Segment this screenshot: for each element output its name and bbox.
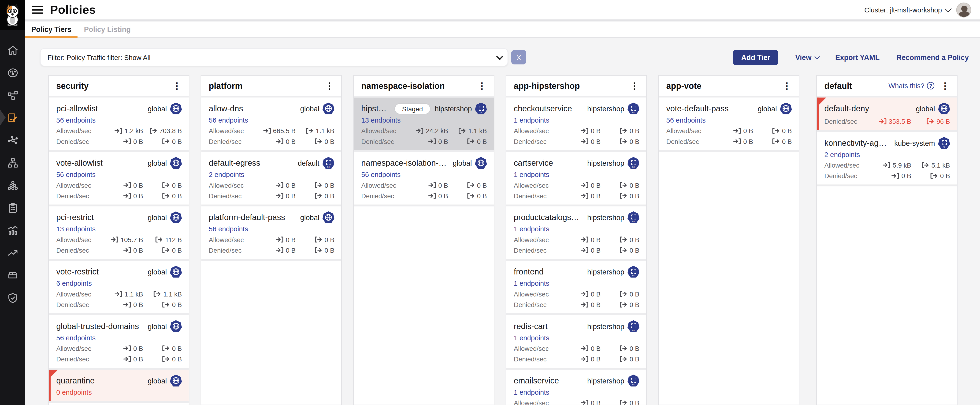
policy-scope: global ns: [911, 103, 950, 115]
policy-card-vote-allowlist[interactable]: vote-allowlist global ns 56 endpoints Al…: [49, 152, 189, 206]
scope-label: global: [148, 214, 167, 221]
endpoints-link[interactable]: 56 endpoints: [209, 225, 248, 233]
policy-card-default-egress[interactable]: default-egress default ns 2 endpoints Al…: [201, 152, 341, 206]
recommend-policy-button[interactable]: Recommend a Policy: [896, 53, 969, 61]
tab-policy-tiers[interactable]: Policy Tiers: [25, 22, 78, 37]
sidebar-item-home[interactable]: [0, 39, 25, 61]
policy-card-hipstershop-gh[interactable]: hipstershop-gh… Staged hipstershop ns 13…: [354, 97, 494, 152]
egress-arrow-icon: [619, 138, 628, 144]
stat-label: Allowed/sec: [514, 236, 560, 243]
endpoints-link[interactable]: 1 endpoints: [514, 225, 549, 233]
tier-menu-kebab-icon[interactable]: ⋮: [939, 81, 951, 90]
endpoints-link[interactable]: 13 endpoints: [361, 116, 401, 124]
policy-traffic-filter-select[interactable]: Filter: Policy Traffic filter: Show All: [40, 48, 508, 66]
ingress-arrow-icon: [733, 138, 741, 144]
policy-card-global-trusted-domains[interactable]: global-trusted-domains global ns 56 endp…: [49, 315, 189, 370]
sidebar-item-activity[interactable]: [0, 219, 25, 241]
stat-label: Allowed/sec: [514, 181, 560, 188]
policy-card-allow-dns[interactable]: allow-dns global ns 56 endpoints Allowed…: [201, 97, 341, 152]
policy-card-pci-restrict[interactable]: pci-restrict global ns 13 endpoints Allo…: [49, 206, 189, 261]
policy-card-default-deny[interactable]: default-deny global ns Denied/sec 353.5 …: [817, 97, 957, 132]
tier-menu-kebab-icon[interactable]: ⋮: [781, 81, 792, 90]
endpoints-link[interactable]: 1 endpoints: [514, 334, 549, 341]
tier-menu-kebab-icon[interactable]: ⋮: [324, 81, 335, 90]
globe-icon: [325, 105, 332, 113]
tab-policy-listing[interactable]: Policy Listing: [78, 22, 137, 37]
clear-filter-button[interactable]: X: [511, 50, 526, 64]
sidebar-item-workloads[interactable]: [0, 174, 25, 196]
endpoints-link[interactable]: 1 endpoints: [514, 116, 549, 124]
tier-column-namespace-isolation: namespace-isolation ⋮ hipstershop-gh… St…: [353, 75, 495, 405]
scope-label: global: [300, 105, 320, 112]
endpoints-link[interactable]: 2 endpoints: [209, 171, 244, 178]
endpoints-link[interactable]: 56 endpoints: [361, 171, 401, 178]
hamburger-menu-icon[interactable]: [32, 6, 43, 14]
egress-value: 112 B: [165, 236, 182, 243]
egress-stat: 0 B: [606, 344, 640, 352]
ingress-value: 0 B: [591, 399, 601, 405]
sidebar-item-network-sets[interactable]: [0, 129, 25, 151]
policy-card-checkoutservice[interactable]: checkoutservice hipstershop ns 1 endpoin…: [506, 97, 646, 152]
view-dropdown-button[interactable]: View: [795, 53, 818, 61]
endpoints-link[interactable]: 56 endpoints: [666, 116, 705, 124]
traffic-stat-row: Denied/sec 0 B 0 B: [361, 191, 487, 200]
policy-card-vote-default-pass[interactable]: vote-default-pass global ns 56 endpoints…: [659, 97, 799, 152]
scope-label: global: [148, 322, 167, 330]
user-avatar[interactable]: [956, 2, 971, 17]
policy-card-konnectivity-agent[interactable]: konnectivity-agent kube-system ns 2 endp…: [817, 132, 957, 187]
ingress-arrow-icon: [733, 127, 741, 134]
stat-label: Allowed/sec: [514, 290, 560, 297]
endpoints-link[interactable]: 6 endpoints: [56, 280, 92, 287]
sidebar-item-image-assurance[interactable]: [0, 264, 25, 286]
egress-value: 0 B: [630, 126, 640, 134]
sidebar-nav: [0, 0, 25, 405]
endpoints-link[interactable]: 56 endpoints: [56, 171, 95, 178]
policy-card-pci-allowlist[interactable]: pci-allowlist global ns 56 endpoints All…: [49, 97, 189, 152]
ingress-value: 0 B: [286, 192, 296, 199]
view-label: View: [795, 53, 811, 61]
tier-menu-kebab-icon[interactable]: ⋮: [171, 81, 183, 90]
endpoints-link[interactable]: 1 endpoints: [514, 388, 549, 396]
sidebar-item-dashboard[interactable]: [0, 61, 25, 84]
policy-card-frontend[interactable]: frontend hipstershop ns 1 endpoints Allo…: [506, 261, 646, 315]
stat-label: Denied/sec: [56, 300, 103, 308]
policy-card-platform-default-pass[interactable]: platform-default-pass global ns 56 endpo…: [201, 206, 341, 261]
policy-card-redis-cart[interactable]: redis-cart hipstershop ns 1 endpoints Al…: [506, 315, 646, 370]
policy-card-vote-restrict[interactable]: vote-restrict global ns 6 endpoints Allo…: [49, 261, 189, 315]
endpoints-link[interactable]: 56 endpoints: [209, 116, 248, 124]
endpoints-link[interactable]: 2 endpoints: [824, 151, 860, 158]
traffic-stat-row: Allowed/sec 0 B 0 B: [209, 235, 334, 243]
cluster-selector[interactable]: Cluster: jlt-msft-workshop: [864, 6, 950, 13]
sidebar-item-policies[interactable]: [0, 107, 25, 129]
policy-card-quarantine[interactable]: quarantine global ns 0 endpoints: [49, 370, 189, 403]
policy-card-emailservice[interactable]: emailservice hipstershop ns 1 endpoints …: [506, 370, 646, 405]
endpoints-link[interactable]: 13 endpoints: [56, 225, 95, 233]
whats-this-link[interactable]: Whats this? ?: [888, 82, 934, 89]
egress-value: 0 B: [172, 181, 182, 188]
sidebar-item-compliance[interactable]: [0, 196, 25, 219]
policy-card-security-default-pass[interactable]: security-default-pass global ns: [49, 403, 189, 405]
sidebar-item-service-graph[interactable]: [0, 84, 25, 107]
endpoints-link[interactable]: 1 endpoints: [514, 171, 549, 178]
namespace-ns-label: ns: [475, 112, 487, 114]
home-icon: [6, 44, 19, 56]
add-tier-button[interactable]: Add Tier: [733, 50, 778, 65]
sidebar-item-threat-defense[interactable]: [0, 286, 25, 309]
policy-card-namespace-isolation-default-p[interactable]: namespace-isolation-default-p… global ns…: [354, 152, 494, 206]
tier-menu-kebab-icon[interactable]: ⋮: [476, 81, 487, 90]
policy-card-cartservice[interactable]: cartservice hipstershop ns 1 endpoints A…: [506, 152, 646, 206]
sidebar-item-flow-trends[interactable]: [0, 241, 25, 264]
endpoints-link[interactable]: 0 endpoints: [56, 388, 92, 396]
endpoints-link[interactable]: 1 endpoints: [514, 280, 549, 287]
stat-label: Denied/sec: [209, 246, 256, 254]
tier-menu-kebab-icon[interactable]: ⋮: [628, 81, 640, 90]
endpoints-link[interactable]: 56 endpoints: [56, 116, 95, 124]
export-yaml-button[interactable]: Export YAML: [835, 53, 880, 61]
egress-stat: 96 B: [916, 117, 950, 125]
ingress-value: 0 B: [591, 290, 601, 297]
calico-cat-logo[interactable]: [0, 0, 25, 30]
traffic-stat-row: Allowed/sec 0 B 0 B: [514, 181, 639, 189]
endpoints-link[interactable]: 56 endpoints: [56, 334, 95, 341]
sidebar-item-cluster-hierarchy[interactable]: [0, 151, 25, 174]
policy-card-productcatalogservice[interactable]: productcatalogservice hipstershop ns 1 e…: [506, 206, 646, 261]
